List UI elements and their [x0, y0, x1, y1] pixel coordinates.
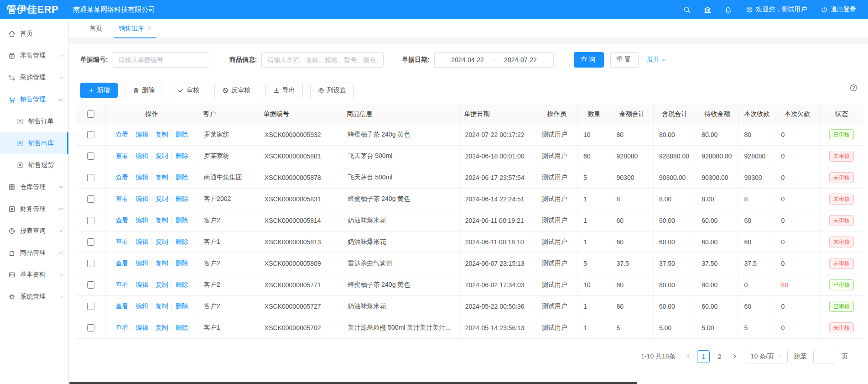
- row-action-copy[interactable]: 复制: [156, 216, 168, 224]
- row-action-edit[interactable]: 编辑: [135, 259, 148, 267]
- close-icon[interactable]: [147, 26, 152, 31]
- row-action-edit[interactable]: 编辑: [135, 174, 148, 181]
- row-action-view[interactable]: 查看: [115, 152, 128, 159]
- row-action-delete[interactable]: 删除: [175, 302, 188, 310]
- expand-link[interactable]: 展开: [647, 56, 666, 64]
- tab-sales-outbound[interactable]: 销售出库: [110, 19, 160, 38]
- sidebar-item-sales-order[interactable]: 销售订单: [0, 110, 68, 132]
- action-separator: |: [151, 281, 153, 288]
- date-range-picker[interactable]: 2024-04-22 ~ 2024-07-22: [434, 52, 554, 68]
- sidebar-item-basic-data[interactable]: 基本资料: [0, 264, 68, 286]
- row-action-view[interactable]: 查看: [115, 174, 128, 181]
- row-action-copy[interactable]: 复制: [156, 174, 168, 181]
- row-action-delete[interactable]: 删除: [175, 238, 188, 245]
- welcome-user[interactable]: 欢迎您，测试用户: [746, 5, 807, 14]
- horizontal-scrollbar-thumb[interactable]: [69, 382, 637, 384]
- search-icon[interactable]: [683, 6, 691, 14]
- sidebar-item-finance[interactable]: 财务管理: [0, 198, 68, 220]
- row-action-copy[interactable]: 复制: [156, 259, 168, 267]
- export-button[interactable]: 导出: [265, 83, 303, 98]
- page-size-select[interactable]: 10 条/页: [746, 350, 788, 363]
- row-action-delete[interactable]: 删除: [175, 152, 188, 159]
- row-checkbox-cell: [76, 124, 105, 145]
- bell-icon[interactable]: [724, 6, 732, 14]
- row-action-delete[interactable]: 删除: [175, 216, 188, 224]
- sidebar-item-sales-return[interactable]: 销售退货: [0, 154, 68, 176]
- row-action-delete[interactable]: 删除: [175, 259, 188, 267]
- sidebar-item-home[interactable]: 首页: [0, 23, 68, 45]
- cell-received: 5: [738, 317, 775, 338]
- tab-home[interactable]: 首页: [81, 19, 110, 38]
- row-checkbox[interactable]: [87, 281, 94, 289]
- row-action-delete[interactable]: 删除: [175, 195, 188, 202]
- row-action-copy[interactable]: 复制: [156, 131, 168, 138]
- row-checkbox[interactable]: [87, 153, 94, 160]
- sidebar-item-report[interactable]: 报表查询: [0, 220, 68, 242]
- row-checkbox[interactable]: [87, 238, 94, 246]
- row-action-copy[interactable]: 复制: [156, 195, 168, 202]
- prev-page-button[interactable]: [684, 353, 693, 359]
- row-action-edit[interactable]: 编辑: [135, 195, 148, 202]
- sidebar-item-system[interactable]: 系统管理: [0, 286, 68, 308]
- sidebar-item-purchase[interactable]: 采购管理: [0, 67, 68, 89]
- row-action-view[interactable]: 查看: [115, 131, 128, 138]
- row-action-edit[interactable]: 编辑: [135, 131, 148, 138]
- row-action-copy[interactable]: 复制: [156, 238, 168, 245]
- row-checkbox[interactable]: [87, 260, 94, 267]
- audit-button[interactable]: 审核: [170, 83, 207, 98]
- basic-icon: [8, 271, 16, 279]
- help-icon[interactable]: [849, 84, 858, 92]
- unaudit-button[interactable]: 反审核: [214, 83, 258, 98]
- row-action-view[interactable]: 查看: [115, 238, 128, 245]
- row-action-view[interactable]: 查看: [115, 195, 128, 202]
- row-checkbox[interactable]: [87, 324, 94, 331]
- row-action-edit[interactable]: 编辑: [135, 281, 148, 288]
- row-action-view[interactable]: 查看: [115, 324, 128, 331]
- column-header-status: 状态: [819, 105, 863, 124]
- row-action-copy[interactable]: 复制: [156, 281, 168, 288]
- logout-button[interactable]: 退出登录: [821, 5, 856, 14]
- row-action-copy[interactable]: 复制: [156, 302, 168, 310]
- row-action-delete[interactable]: 删除: [175, 324, 188, 331]
- jump-page-input[interactable]: [813, 350, 835, 363]
- row-action-edit[interactable]: 编辑: [135, 238, 148, 245]
- table-row: 查看|编辑|复制|删除罗莱家纺XSCK00000005932蜂蜜柚子茶 240g…: [76, 124, 863, 145]
- row-action-delete[interactable]: 删除: [175, 174, 188, 181]
- row-action-view[interactable]: 查看: [115, 216, 128, 224]
- row-action-copy[interactable]: 复制: [156, 324, 168, 331]
- select-all-checkbox[interactable]: [87, 110, 94, 118]
- search-button[interactable]: 查询: [574, 52, 604, 68]
- row-action-delete[interactable]: 删除: [175, 281, 188, 288]
- row-action-delete[interactable]: 删除: [175, 131, 188, 138]
- reset-button[interactable]: 重置: [610, 52, 639, 68]
- delete-button[interactable]: 删除: [125, 83, 162, 98]
- page-number-2[interactable]: 2: [713, 350, 726, 363]
- sidebar-item-sales[interactable]: 销售管理: [0, 89, 68, 110]
- row-action-edit[interactable]: 编辑: [135, 152, 148, 159]
- bill-no-input[interactable]: [113, 52, 209, 68]
- bank-icon[interactable]: [704, 6, 712, 14]
- row-checkbox[interactable]: [87, 174, 94, 181]
- row-action-view[interactable]: 查看: [115, 302, 128, 310]
- sidebar-item-warehouse[interactable]: 仓库管理: [0, 176, 68, 198]
- page-number-1[interactable]: 1: [697, 350, 710, 363]
- sidebar-item-goods[interactable]: 商品管理: [0, 242, 68, 264]
- product-info-input[interactable]: [261, 52, 384, 68]
- row-action-edit[interactable]: 编辑: [135, 302, 148, 310]
- row-action-view[interactable]: 查看: [115, 259, 128, 267]
- next-page-button[interactable]: [730, 353, 739, 359]
- row-action-copy[interactable]: 复制: [156, 152, 168, 159]
- cell-owed: 80: [775, 274, 819, 295]
- row-checkbox[interactable]: [87, 217, 94, 224]
- cell-bill-no: XSCK00000005813: [259, 231, 342, 252]
- add-button[interactable]: 新增: [80, 83, 118, 98]
- row-checkbox[interactable]: [87, 303, 94, 310]
- row-action-edit[interactable]: 编辑: [135, 216, 148, 224]
- columns-button[interactable]: 列设置: [310, 83, 354, 98]
- row-checkbox[interactable]: [87, 195, 94, 203]
- sidebar-item-retail[interactable]: 零售管理: [0, 45, 68, 67]
- row-checkbox[interactable]: [87, 131, 94, 138]
- row-action-edit[interactable]: 编辑: [135, 324, 148, 331]
- row-action-view[interactable]: 查看: [115, 281, 128, 288]
- sidebar-item-sales-outbound[interactable]: 销售出库: [0, 132, 68, 154]
